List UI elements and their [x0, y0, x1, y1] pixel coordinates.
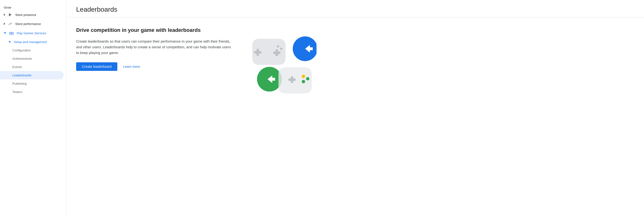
sidebar-item-events[interactable]: Events — [0, 63, 64, 71]
svg-rect-11 — [273, 52, 280, 54]
svg-marker-0 — [9, 13, 12, 16]
illustration — [243, 27, 319, 103]
svg-point-16 — [302, 75, 305, 78]
grow-section-label: Grow — [0, 3, 66, 10]
sidebar-item-play-games-services[interactable]: Play Games Services — [0, 28, 64, 38]
chevron-right-icon-2 — [4, 22, 5, 25]
svg-point-13 — [280, 47, 282, 50]
sidebar-item-setup-management[interactable]: Setup and management — [0, 38, 64, 46]
main-content: Leaderboards Drive competition in your g… — [67, 0, 644, 215]
store-performance-icon — [8, 22, 12, 26]
svg-point-5 — [10, 33, 10, 33]
play-games-icon — [9, 31, 14, 35]
svg-point-18 — [302, 80, 305, 83]
store-presence-icon — [8, 12, 12, 17]
events-label: Events — [12, 65, 22, 69]
chevron-down-icon-2 — [8, 41, 11, 43]
leaderboard-heading: Drive competition in your game with lead… — [76, 27, 233, 34]
configuration-label: Configuration — [12, 48, 31, 52]
testers-label: Testers — [12, 90, 22, 94]
actions-row: Create leaderboard Learn more — [76, 62, 233, 71]
leaderboards-label: Leaderboards — [12, 73, 32, 77]
sub-items-section: Configuration Achievements Events Leader… — [0, 46, 66, 96]
blue-circle — [293, 36, 316, 61]
publishing-label: Publishing — [12, 82, 27, 85]
store-performance-label: Store performance — [15, 22, 41, 26]
sidebar-item-store-presence[interactable]: Store presence — [0, 10, 64, 19]
create-leaderboard-button[interactable]: Create leaderboard — [76, 62, 117, 71]
svg-rect-15 — [288, 78, 296, 81]
page-body: Drive competition in your game with lead… — [67, 17, 644, 113]
chevron-right-icon — [4, 13, 5, 16]
svg-rect-9 — [254, 51, 261, 53]
play-games-services-label: Play Games Services — [17, 31, 46, 35]
setup-management-section: Setup and management Configuration Achie… — [0, 38, 66, 96]
leaderboard-description: Create leaderboards so that users can co… — [76, 38, 233, 56]
sidebar: Grow Store presence Store performance — [0, 0, 67, 215]
sidebar-item-publishing[interactable]: Publishing — [0, 79, 64, 88]
page-title: Leaderboards — [76, 6, 634, 13]
page-header: Leaderboards — [67, 0, 644, 17]
sidebar-item-leaderboards[interactable]: Leaderboards — [0, 71, 64, 79]
sidebar-item-store-performance[interactable]: Store performance — [0, 19, 64, 28]
learn-more-link[interactable]: Learn more — [123, 65, 140, 68]
sidebar-item-achievements[interactable]: Achievements — [0, 54, 64, 63]
game-illustration-svg — [245, 32, 316, 98]
svg-point-12 — [277, 45, 279, 47]
chevron-down-icon — [4, 32, 6, 34]
svg-point-17 — [306, 77, 310, 80]
sidebar-item-testers[interactable]: Testers — [0, 88, 64, 96]
setup-management-label: Setup and management — [14, 40, 47, 44]
store-presence-label: Store presence — [15, 13, 36, 17]
sidebar-item-configuration[interactable]: Configuration — [0, 46, 64, 54]
achievements-label: Achievements — [12, 57, 32, 60]
page-body-text: Drive competition in your game with lead… — [76, 27, 233, 71]
